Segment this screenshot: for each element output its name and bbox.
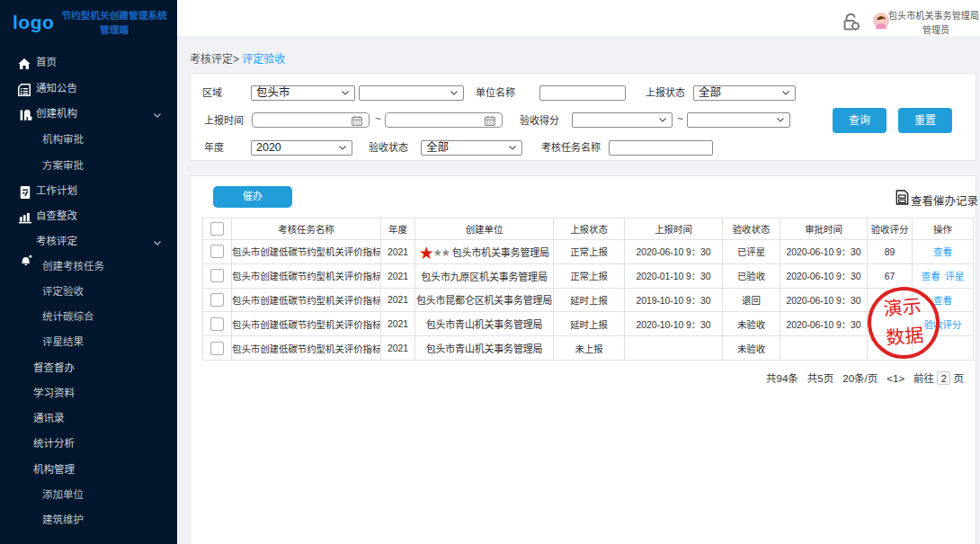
svg-text:数据: 数据 — [885, 325, 924, 349]
svg-text:演示: 演示 — [883, 295, 922, 319]
